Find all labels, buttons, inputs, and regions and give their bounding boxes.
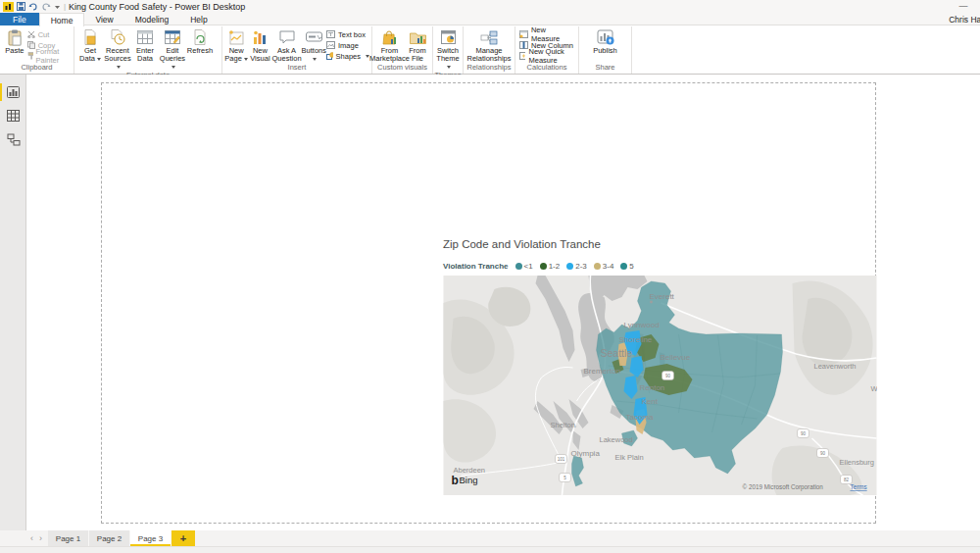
from-marketplace-icon bbox=[382, 27, 398, 47]
map-canvas[interactable]: EverettLynnwoodShorelineSeattleBellevueB… bbox=[443, 276, 877, 495]
refresh-button[interactable]: Refresh bbox=[186, 27, 214, 55]
shapes-button[interactable]: Shapes bbox=[326, 51, 369, 61]
legend-swatch bbox=[594, 263, 601, 270]
map-city-label: Leavenworth bbox=[814, 362, 857, 371]
view-switcher-sidebar bbox=[0, 75, 26, 530]
switch-theme-button[interactable]: Switch Theme bbox=[435, 27, 461, 71]
report-page[interactable]: Zip Code and Violation Tranche Violation… bbox=[101, 82, 876, 524]
buttons-label: Buttons bbox=[302, 47, 326, 63]
group-label-relationships: Relationships bbox=[464, 63, 514, 74]
data-view-icon bbox=[7, 110, 20, 122]
visual-title: Zip Code and Violation Tranche bbox=[443, 238, 877, 257]
ask-a-question-icon bbox=[279, 27, 295, 47]
legend-item[interactable]: <1 bbox=[515, 262, 533, 271]
new-page-icon bbox=[228, 27, 244, 47]
page-nav-prev-icon[interactable]: ‹ bbox=[30, 533, 33, 543]
group-calculations: New Measure New Column New Quick Measure… bbox=[515, 26, 579, 74]
publish-button[interactable]: Publish bbox=[591, 27, 620, 55]
page-tab-1[interactable]: Page 1 bbox=[48, 530, 89, 546]
new-visual-button[interactable]: New Visual bbox=[248, 27, 271, 63]
text-box-button[interactable]: Text box bbox=[326, 29, 369, 39]
titlebar: | King County Food Safety - Power BI Des… bbox=[0, 0, 980, 13]
ribbon: Paste Cut Copy Format Painter bbox=[0, 26, 980, 75]
tab-help[interactable]: Help bbox=[179, 13, 218, 25]
manage-relationships-button[interactable]: Manage Relationships bbox=[469, 27, 509, 63]
format-painter-button[interactable]: Format Painter bbox=[27, 51, 72, 61]
format-painter-icon bbox=[27, 52, 33, 60]
from-file-button[interactable]: From File bbox=[405, 27, 430, 63]
map-city-label: Bremerton bbox=[584, 367, 620, 376]
legend-item[interactable]: 2-3 bbox=[566, 262, 587, 271]
svg-text:101: 101 bbox=[558, 457, 565, 462]
page-tab-3[interactable]: Page 3 bbox=[130, 530, 172, 546]
report-view-button[interactable] bbox=[0, 80, 26, 104]
group-label-custom-visuals: Custom visuals bbox=[372, 63, 432, 74]
quick-access-dropdown-icon[interactable] bbox=[54, 3, 61, 11]
save-icon[interactable] bbox=[17, 2, 25, 11]
legend-item[interactable]: 3-4 bbox=[594, 262, 614, 271]
tab-file[interactable]: File bbox=[0, 13, 39, 25]
map-terms-link[interactable]: Terms bbox=[851, 483, 867, 490]
cut-button[interactable]: Cut bbox=[27, 29, 72, 39]
svg-text:82: 82 bbox=[844, 478, 850, 482]
ask-a-question-label: Ask A Question bbox=[272, 47, 302, 63]
new-page-button[interactable]: New Page bbox=[224, 27, 248, 63]
image-icon bbox=[326, 41, 335, 49]
map-city-label: Bellevue bbox=[661, 353, 691, 362]
ask-a-question-button[interactable]: Ask A Question bbox=[272, 27, 302, 63]
buttons-button[interactable]: Buttons bbox=[302, 27, 326, 63]
legend-item[interactable]: 5 bbox=[620, 262, 633, 271]
undo-icon[interactable] bbox=[28, 2, 38, 11]
signed-in-user[interactable]: Chris Han bbox=[949, 13, 980, 25]
from-file-label: From File bbox=[405, 47, 430, 63]
from-marketplace-button[interactable]: From Marketplace bbox=[374, 27, 405, 63]
map-city-label: Olympia bbox=[571, 449, 601, 458]
get-data-button[interactable]: Get Data bbox=[76, 27, 104, 63]
paste-button[interactable]: Paste bbox=[2, 27, 27, 55]
page-tab-bar: ‹ › Page 1 Page 2 Page 3 + bbox=[0, 530, 980, 546]
switch-theme-label: Switch Theme bbox=[435, 47, 461, 71]
legend-label: 2-3 bbox=[575, 262, 587, 271]
tab-modeling[interactable]: Modeling bbox=[124, 13, 180, 25]
group-label-clipboard: Clipboard bbox=[0, 63, 74, 74]
minimize-button[interactable]: — bbox=[956, 1, 970, 11]
enter-data-button[interactable]: Enter Data bbox=[131, 27, 159, 63]
powerbi-logo-icon bbox=[3, 2, 14, 12]
model-view-button[interactable] bbox=[0, 127, 26, 151]
map-city-label: Lynnwood bbox=[624, 321, 660, 329]
group-label-insert: Insert bbox=[222, 63, 371, 74]
new-column-icon bbox=[519, 41, 528, 49]
group-external-data: Get Data Recent Sources Enter Data bbox=[74, 26, 222, 74]
legend-item[interactable]: 1-2 bbox=[540, 262, 561, 271]
legend-label: 1-2 bbox=[549, 262, 561, 271]
legend-items: <11-22-33-45 bbox=[515, 262, 641, 271]
route-shield: 90 bbox=[817, 449, 829, 458]
map-city-label: Shoreline bbox=[619, 335, 653, 344]
edit-queries-label: Edit Queries bbox=[159, 47, 186, 71]
new-quick-measure-button[interactable]: New Quick Measure bbox=[519, 51, 576, 61]
paste-icon bbox=[8, 27, 22, 47]
new-visual-icon bbox=[253, 27, 267, 47]
shapes-icon bbox=[326, 52, 333, 60]
page-nav-arrows: ‹ › bbox=[24, 530, 48, 546]
redo-icon[interactable] bbox=[41, 2, 51, 11]
powerbi-desktop-window: | King County Food Safety - Power BI Des… bbox=[0, 0, 980, 553]
page-tab-2[interactable]: Page 2 bbox=[89, 530, 130, 546]
group-clipboard: Paste Cut Copy Format Painter bbox=[0, 26, 74, 74]
from-file-icon bbox=[410, 27, 426, 47]
new-measure-button[interactable]: New Measure bbox=[519, 29, 576, 39]
image-button[interactable]: Image bbox=[326, 40, 369, 50]
legend-swatch bbox=[620, 263, 627, 270]
recent-sources-button[interactable]: Recent Sources bbox=[104, 27, 131, 71]
map-visual[interactable]: Zip Code and Violation Tranche Violation… bbox=[443, 238, 877, 496]
data-view-button[interactable] bbox=[0, 104, 26, 127]
from-marketplace-label: From Marketplace bbox=[369, 47, 410, 63]
tab-home[interactable]: Home bbox=[39, 13, 85, 26]
tab-view[interactable]: View bbox=[84, 13, 123, 25]
new-page-tab-button[interactable]: + bbox=[172, 530, 195, 546]
edit-queries-button[interactable]: Edit Queries bbox=[159, 27, 186, 71]
map-city-label: Kent bbox=[642, 397, 659, 406]
report-canvas[interactable]: Zip Code and Violation Tranche Violation… bbox=[27, 75, 980, 530]
new-quick-measure-icon bbox=[519, 52, 525, 60]
page-nav-next-icon[interactable]: › bbox=[39, 533, 42, 543]
